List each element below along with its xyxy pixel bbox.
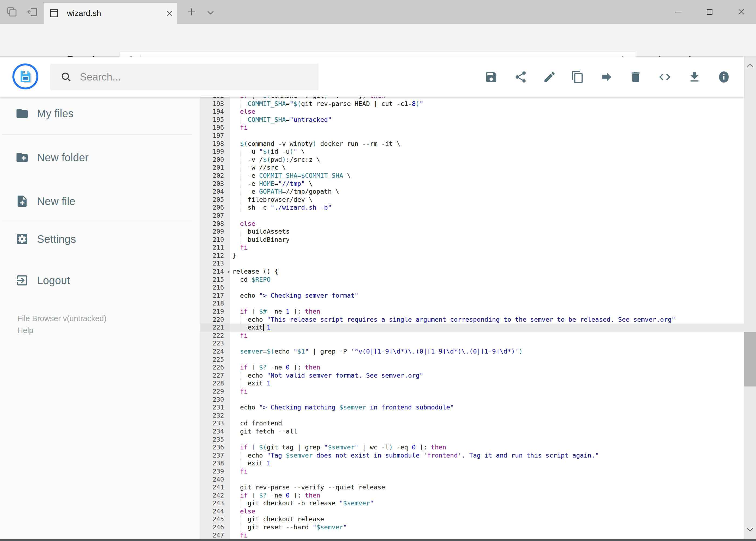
code-line[interactable]: 228 exit 1 [200, 379, 744, 387]
source-code-button[interactable] [657, 69, 673, 85]
line-number[interactable]: 226 [200, 363, 230, 372]
code-line[interactable]: 200 -v /$(pwd):/src:z \ [200, 156, 744, 164]
code-line[interactable]: 213 [200, 260, 744, 268]
code-line[interactable]: 221 exit 1 [200, 323, 744, 332]
close-window-button[interactable] [733, 4, 750, 20]
tab-close-icon[interactable] [162, 5, 177, 22]
line-number[interactable]: 227 [200, 372, 230, 380]
minimize-button[interactable] [670, 4, 687, 20]
code-line[interactable]: 193 COMMIT_SHA="$(git rev-parse HEAD | c… [200, 100, 744, 108]
code-line[interactable]: 223 [200, 339, 744, 347]
code-editor[interactable]: 192 if [ "$(command -v git)" != "" ]; th… [200, 97, 744, 539]
code-line[interactable]: 240 [200, 476, 744, 484]
code-line[interactable]: 232 [200, 412, 744, 420]
line-number[interactable]: 237 [200, 452, 230, 460]
code-line[interactable]: 234 git fetch --all [200, 427, 744, 436]
code-line[interactable]: 230 [200, 396, 744, 404]
search-input[interactable] [79, 71, 319, 83]
code-line[interactable]: 244 else [200, 507, 744, 516]
code-line[interactable]: 211 fi [200, 244, 744, 252]
code-line[interactable]: 218 [200, 299, 744, 307]
help-link[interactable]: Help [17, 326, 34, 335]
line-number[interactable]: 232 [200, 412, 230, 420]
code-line[interactable]: 238 exit 1 [200, 459, 744, 467]
line-number[interactable]: 241 [200, 483, 230, 492]
line-number[interactable]: 223 [200, 339, 230, 347]
code-line[interactable]: 222 fi [200, 332, 744, 340]
line-number[interactable]: 212 [200, 252, 230, 260]
new-tab-button[interactable] [183, 3, 200, 21]
code-line[interactable]: 215 cd $REPO [200, 276, 744, 284]
line-number[interactable]: 239 [200, 467, 230, 476]
line-number[interactable]: 203 [200, 180, 230, 188]
code-line[interactable]: 194 else [200, 108, 744, 116]
line-number[interactable]: 224 [200, 347, 230, 356]
code-line[interactable]: 208 else [200, 220, 744, 228]
code-line[interactable]: 198 $(command -v winpty) docker run --rm… [200, 140, 744, 148]
maximize-button[interactable] [701, 4, 718, 20]
line-number[interactable]: 243 [200, 499, 230, 507]
line-number[interactable]: 245 [200, 515, 230, 523]
code-line[interactable]: 246 git reset --hard "$semver" [200, 523, 744, 532]
delete-button[interactable] [628, 69, 644, 85]
line-number[interactable]: 221 [200, 323, 230, 332]
line-number[interactable]: 197 [200, 132, 230, 140]
line-number[interactable]: 217 [200, 292, 230, 300]
code-line[interactable]: 192 if [ "$(command -v git)" != "" ]; th… [200, 97, 744, 100]
sidebar-item-my-files[interactable]: My files [0, 102, 200, 125]
line-number[interactable]: 229 [200, 387, 230, 396]
code-line[interactable]: 209 buildAssets [200, 228, 744, 236]
code-line[interactable]: 242 if [ $? -ne 0 ]; then [200, 492, 744, 500]
code-line[interactable]: 226 if [ $? -ne 0 ]; then [200, 363, 744, 372]
line-number[interactable]: 222 [200, 332, 230, 340]
line-number[interactable]: 246 [200, 523, 230, 532]
scrollbar-thumb[interactable] [744, 332, 756, 386]
code-line[interactable]: 241 git rev-parse --verify --quiet relea… [200, 483, 744, 492]
code-line[interactable]: 214▾release () { [200, 268, 744, 276]
line-number[interactable]: 242 [200, 492, 230, 500]
save-button[interactable] [483, 69, 499, 85]
line-number[interactable]: 233 [200, 419, 230, 427]
fold-arrow-icon[interactable]: ▾ [227, 268, 230, 276]
code-line[interactable]: 225 [200, 356, 744, 364]
code-line[interactable]: 220 echo "This release script requires a… [200, 316, 744, 324]
code-line[interactable]: 195 COMMIT_SHA="untracked" [200, 116, 744, 124]
line-number[interactable]: 207 [200, 212, 230, 220]
line-number[interactable]: 247 [200, 532, 230, 539]
line-number[interactable]: 201 [200, 164, 230, 172]
line-number[interactable]: 206 [200, 204, 230, 212]
line-number[interactable]: 216 [200, 283, 230, 292]
line-number[interactable]: 231 [200, 403, 230, 412]
move-button[interactable] [599, 69, 615, 85]
sidebar-item-new-folder[interactable]: New folder [0, 146, 200, 169]
line-number[interactable]: 194 [200, 108, 230, 116]
line-number[interactable]: 193 [200, 100, 230, 108]
browser-tab-wizard-sh[interactable]: wizard.sh [44, 3, 177, 24]
line-number[interactable]: 235 [200, 436, 230, 444]
sidebar-item-settings[interactable]: Settings [0, 228, 200, 251]
code-line[interactable]: 216 [200, 283, 744, 292]
code-line[interactable]: 233 cd frontend [200, 419, 744, 427]
filebrowser-logo[interactable] [12, 64, 38, 89]
code-line[interactable]: 235 [200, 436, 744, 444]
line-number[interactable]: 230 [200, 396, 230, 404]
code-line[interactable]: 206 sh -c "./wizard.sh -b" [200, 204, 744, 212]
line-number[interactable]: 210 [200, 236, 230, 244]
code-line[interactable]: 247 fi [200, 532, 744, 539]
tab-list-chevron-icon[interactable] [202, 4, 219, 21]
set-tabs-aside-icon[interactable] [24, 3, 41, 21]
code-line[interactable]: 204 -e GOPATH=//tmp/gopath \ [200, 188, 744, 196]
line-number[interactable]: 195 [200, 116, 230, 124]
code-line[interactable]: 201 -w //src \ [200, 164, 744, 172]
line-number[interactable]: 198 [200, 140, 230, 148]
line-number[interactable]: 200 [200, 156, 230, 164]
download-button[interactable] [686, 69, 702, 85]
line-number[interactable]: 202 [200, 172, 230, 180]
line-number[interactable]: 225 [200, 356, 230, 364]
line-number[interactable]: 211 [200, 244, 230, 252]
line-number[interactable]: 214▾ [200, 268, 230, 276]
code-line[interactable]: 203 -e HOME="//tmp" \ [200, 180, 744, 188]
line-number[interactable]: 240 [200, 476, 230, 484]
code-line[interactable]: 224 semver=$(echo "$1" | grep -P '^v(0|[… [200, 347, 744, 356]
code-line[interactable]: 199 -u "$(id -u)" \ [200, 148, 744, 156]
